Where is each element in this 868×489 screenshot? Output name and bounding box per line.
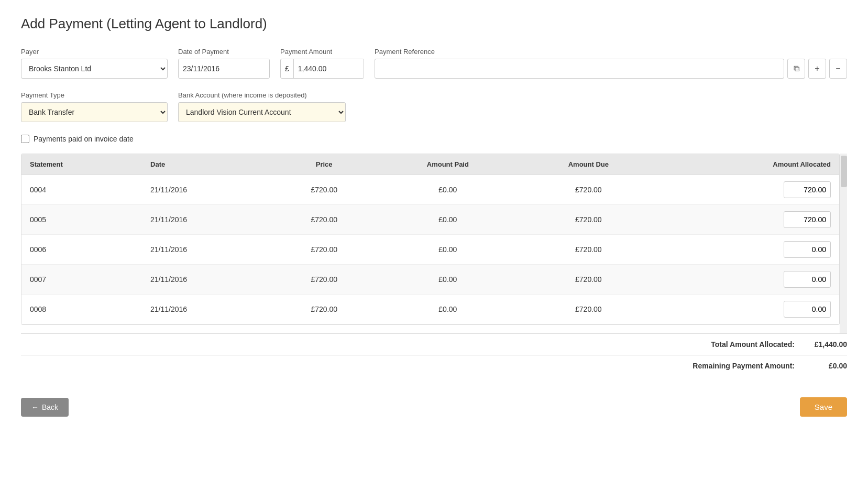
scrollbar-track[interactable] bbox=[840, 154, 847, 333]
col-date: Date bbox=[142, 154, 272, 175]
cell-date: 21/11/2016 bbox=[142, 205, 272, 235]
add-icon: + bbox=[815, 64, 819, 73]
col-amount-paid: Amount Paid bbox=[377, 154, 519, 175]
cell-price: £720.00 bbox=[272, 235, 377, 265]
cell-statement: 0005 bbox=[21, 205, 142, 235]
total-amount-row: Total Amount Allocated: £1,440.00 bbox=[711, 340, 847, 349]
table-row: 0004 21/11/2016 £720.00 £0.00 £720.00 bbox=[21, 175, 839, 205]
date-input-wrapper: 📅 bbox=[178, 59, 270, 79]
cell-amount-allocated bbox=[658, 265, 839, 295]
amount-input-wrapper: £ bbox=[280, 59, 364, 79]
invoice-date-label[interactable]: Payments paid on invoice date bbox=[34, 135, 134, 143]
date-label: Date of Payment bbox=[178, 48, 270, 56]
cell-amount-paid: £0.00 bbox=[377, 265, 519, 295]
cell-amount-allocated bbox=[658, 205, 839, 235]
col-amount-allocated: Amount Allocated bbox=[658, 154, 839, 175]
bank-account-select[interactable]: Landlord Vision Current Account bbox=[178, 102, 346, 122]
back-arrow-icon: ← bbox=[31, 403, 39, 411]
table-row: 0006 21/11/2016 £720.00 £0.00 £720.00 bbox=[21, 235, 839, 265]
cell-amount-allocated bbox=[658, 295, 839, 324]
date-input[interactable] bbox=[179, 59, 270, 78]
cell-statement: 0006 bbox=[21, 235, 142, 265]
total-amount-label: Total Amount Allocated: bbox=[711, 340, 795, 349]
amount-group: Payment Amount £ bbox=[280, 48, 364, 79]
cell-statement: 0008 bbox=[21, 295, 142, 324]
back-button[interactable]: ← Back bbox=[21, 398, 69, 417]
cell-date: 21/11/2016 bbox=[142, 235, 272, 265]
cell-amount-due: £720.00 bbox=[519, 265, 658, 295]
cell-price: £720.00 bbox=[272, 265, 377, 295]
copy-icon: ⧉ bbox=[794, 64, 799, 73]
bank-account-group: Bank Account (where income is deposited)… bbox=[178, 91, 346, 122]
footer-row: ← Back Save bbox=[21, 397, 847, 417]
cell-price: £720.00 bbox=[272, 175, 377, 205]
payer-group: Payer Brooks Stanton Ltd bbox=[21, 48, 168, 79]
cell-statement: 0007 bbox=[21, 265, 142, 295]
cell-amount-allocated bbox=[658, 175, 839, 205]
remaining-amount-label: Remaining Payment Amount: bbox=[693, 362, 795, 370]
payment-type-select[interactable]: Bank Transfer bbox=[21, 102, 168, 122]
total-amount-value: £1,440.00 bbox=[805, 340, 847, 349]
payer-label: Payer bbox=[21, 48, 168, 56]
cell-date: 21/11/2016 bbox=[142, 265, 272, 295]
cell-amount-due: £720.00 bbox=[519, 205, 658, 235]
cell-date: 21/11/2016 bbox=[142, 295, 272, 324]
table-row: 0007 21/11/2016 £720.00 £0.00 £720.00 bbox=[21, 265, 839, 295]
amount-label: Payment Amount bbox=[280, 48, 364, 56]
remaining-amount-value: £0.00 bbox=[805, 362, 847, 370]
statements-table-wrapper: Statement Date Price Amount Paid Amount … bbox=[21, 154, 840, 325]
page-title: Add Payment (Letting Agent to Landlord) bbox=[21, 16, 847, 32]
amount-allocated-input[interactable] bbox=[784, 241, 831, 258]
copy-button[interactable]: ⧉ bbox=[787, 59, 805, 79]
payment-type-group: Payment Type Bank Transfer bbox=[21, 91, 168, 122]
reference-group: Payment Reference ⧉ + − bbox=[375, 48, 847, 79]
cell-date: 21/11/2016 bbox=[142, 175, 272, 205]
statements-table: Statement Date Price Amount Paid Amount … bbox=[21, 154, 839, 324]
cell-amount-paid: £0.00 bbox=[377, 205, 519, 235]
reference-label: Payment Reference bbox=[375, 48, 847, 56]
checkbox-row: Payments paid on invoice date bbox=[21, 135, 847, 143]
col-amount-due: Amount Due bbox=[519, 154, 658, 175]
scrollbar-thumb[interactable] bbox=[841, 156, 847, 187]
cell-amount-due: £720.00 bbox=[519, 175, 658, 205]
cell-amount-paid: £0.00 bbox=[377, 175, 519, 205]
save-button[interactable]: Save bbox=[800, 397, 847, 417]
table-header: Statement Date Price Amount Paid Amount … bbox=[21, 154, 839, 175]
cell-amount-paid: £0.00 bbox=[377, 235, 519, 265]
cell-price: £720.00 bbox=[272, 205, 377, 235]
remaining-amount-row: Remaining Payment Amount: £0.00 bbox=[693, 362, 847, 370]
col-statement: Statement bbox=[21, 154, 142, 175]
payment-type-label: Payment Type bbox=[21, 91, 168, 99]
table-row: 0005 21/11/2016 £720.00 £0.00 £720.00 bbox=[21, 205, 839, 235]
payer-select[interactable]: Brooks Stanton Ltd bbox=[21, 59, 168, 79]
remove-reference-button[interactable]: − bbox=[829, 59, 847, 79]
date-group: Date of Payment 📅 bbox=[178, 48, 270, 79]
table-body: 0004 21/11/2016 £720.00 £0.00 £720.00 00… bbox=[21, 175, 839, 324]
bank-account-label: Bank Account (where income is deposited) bbox=[178, 91, 346, 99]
form-row-2: Payment Type Bank Transfer Bank Account … bbox=[21, 91, 847, 122]
amount-prefix: £ bbox=[281, 59, 294, 78]
amount-input[interactable] bbox=[294, 59, 364, 78]
add-reference-button[interactable]: + bbox=[808, 59, 826, 79]
form-row-1: Payer Brooks Stanton Ltd Date of Payment… bbox=[21, 48, 847, 79]
col-price: Price bbox=[272, 154, 377, 175]
cell-amount-allocated bbox=[658, 235, 839, 265]
remove-icon: − bbox=[836, 64, 840, 73]
cell-amount-due: £720.00 bbox=[519, 295, 658, 324]
amount-allocated-input[interactable] bbox=[784, 271, 831, 288]
table-row: 0008 21/11/2016 £720.00 £0.00 £720.00 bbox=[21, 295, 839, 324]
reference-input[interactable] bbox=[375, 59, 784, 79]
amount-allocated-input[interactable] bbox=[784, 301, 831, 318]
amount-allocated-input[interactable] bbox=[784, 211, 831, 228]
invoice-date-checkbox[interactable] bbox=[21, 135, 29, 143]
cell-amount-due: £720.00 bbox=[519, 235, 658, 265]
amount-allocated-input[interactable] bbox=[784, 181, 831, 198]
table-container: Statement Date Price Amount Paid Amount … bbox=[21, 154, 847, 333]
reference-input-wrapper: ⧉ + − bbox=[375, 59, 847, 79]
totals-section: Total Amount Allocated: £1,440.00 Remain… bbox=[21, 333, 847, 376]
cell-statement: 0004 bbox=[21, 175, 142, 205]
back-label: Back bbox=[42, 403, 58, 411]
cell-amount-paid: £0.00 bbox=[377, 295, 519, 324]
cell-price: £720.00 bbox=[272, 295, 377, 324]
